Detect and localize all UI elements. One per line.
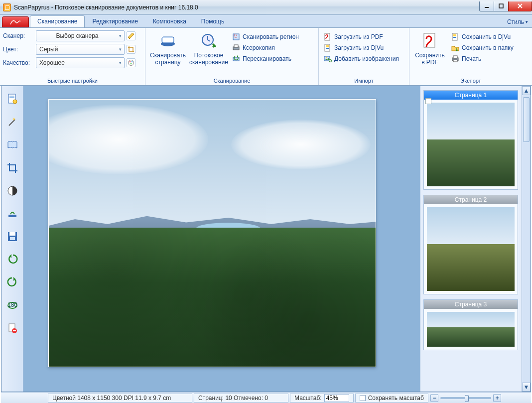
- tab-scan[interactable]: Сканирование: [30, 15, 85, 27]
- thumbnail-page-3[interactable]: Страница 3: [423, 299, 518, 350]
- tool-save[interactable]: [5, 230, 19, 244]
- thumbnail-label: Страница 1: [424, 91, 518, 100]
- zoom-in-button[interactable]: +: [493, 394, 501, 402]
- zoom-out-button[interactable]: −: [430, 394, 438, 402]
- svg-rect-13: [234, 45, 238, 47]
- thumbnail-page-1[interactable]: Страница 1: [423, 90, 518, 190]
- group-scan: Сканирование: [145, 76, 318, 85]
- thumbnails-scrollbar[interactable]: ▲ ▼: [522, 86, 531, 392]
- svg-rect-30: [9, 96, 14, 97]
- window-title: ScanPapyrus - Потоковое сканирование док…: [14, 4, 198, 11]
- stream-scan-button[interactable]: Потоковое сканирование: [189, 30, 228, 68]
- svg-rect-18: [326, 48, 329, 49]
- canvas[interactable]: [23, 86, 420, 392]
- rescan-label: Пересканировать: [243, 55, 291, 62]
- tab-edit[interactable]: Редактирование: [85, 15, 145, 27]
- load-djvu-button[interactable]: Загрузить из DjVu: [322, 43, 401, 53]
- xerox-label: Ксерокопия: [243, 44, 275, 51]
- svg-point-20: [326, 57, 327, 58]
- quality-select[interactable]: Хорошее: [36, 57, 125, 68]
- keep-zoom-toggle[interactable]: Сохранять масштаб: [355, 394, 428, 403]
- status-zoom: Масштаб:: [290, 394, 354, 403]
- quality-label: Качество:: [3, 59, 34, 66]
- thumbnail-page-2[interactable]: Страница 2: [423, 195, 518, 294]
- svg-rect-0: [485, 7, 489, 8]
- print-label: Печать: [462, 55, 481, 62]
- quick-access-button[interactable]: [2, 16, 29, 27]
- tool-rotate-left[interactable]: [5, 253, 19, 267]
- print-button[interactable]: Печать: [449, 54, 516, 64]
- tool-deskew[interactable]: [5, 207, 19, 221]
- svg-rect-31: [9, 97, 14, 98]
- color-label: Цвет:: [3, 46, 34, 53]
- tool-book-icon[interactable]: [5, 138, 19, 152]
- svg-text:180: 180: [7, 301, 17, 308]
- quality-value: Хорошее: [39, 59, 65, 66]
- tool-page-properties[interactable]: [5, 92, 19, 106]
- minimize-button[interactable]: [479, 1, 494, 11]
- svg-rect-36: [9, 232, 15, 236]
- scroll-down-icon[interactable]: ▼: [522, 383, 531, 392]
- add-images-label: Добавить изображения: [334, 55, 399, 62]
- scan-region-button[interactable]: Сканировать регион: [230, 32, 301, 42]
- save-folder-button[interactable]: Сохранить в папку: [449, 43, 516, 53]
- save-folder-label: Сохранить в папку: [462, 44, 514, 51]
- svg-rect-37: [10, 237, 15, 240]
- scanner-label: Сканер:: [3, 32, 34, 39]
- scan-page-label: Сканировать страницу: [149, 52, 186, 66]
- scanner-select[interactable]: Выбор сканера: [36, 30, 125, 41]
- scroll-up-icon[interactable]: ▲: [522, 86, 531, 95]
- tool-brightness-contrast[interactable]: [5, 184, 19, 198]
- svg-rect-27: [453, 56, 457, 58]
- svg-point-2: [129, 60, 134, 66]
- xerox-button[interactable]: Ксерокопия: [230, 43, 301, 53]
- group-export: Экспорт: [409, 76, 532, 85]
- svg-rect-34: [8, 215, 16, 217]
- save-pdf-button[interactable]: Сохранить в PDF: [412, 30, 447, 68]
- save-djvu-button[interactable]: Сохранить в DjVu: [449, 32, 516, 42]
- svg-rect-8: [163, 38, 173, 42]
- ruler-icon[interactable]: [127, 31, 135, 40]
- add-images-button[interactable]: Добавить изображения: [322, 54, 401, 64]
- svg-rect-1: [499, 4, 503, 8]
- save-djvu-label: Сохранить в DjVu: [462, 33, 511, 40]
- svg-rect-24: [453, 34, 456, 36]
- status-pages: Страниц: 10 Отмечено: 0: [194, 394, 288, 403]
- app-icon: [3, 3, 11, 11]
- color-select[interactable]: Серый: [36, 44, 125, 55]
- tab-layout[interactable]: Компоновка: [145, 15, 194, 27]
- stream-scan-label: Потоковое сканирование: [189, 52, 228, 66]
- svg-rect-22: [424, 33, 435, 47]
- palette-icon[interactable]: [127, 58, 135, 67]
- tab-help[interactable]: Помощь: [194, 15, 232, 27]
- zoom-slider[interactable]: [440, 397, 491, 399]
- group-quick-settings: Быстрые настройки: [0, 76, 145, 85]
- zoom-label: Масштаб:: [294, 395, 322, 402]
- rescan-button[interactable]: Пересканировать: [230, 54, 301, 64]
- close-button[interactable]: [508, 1, 532, 11]
- thumbnail-checkbox[interactable]: [425, 98, 431, 104]
- tool-delete-page[interactable]: [5, 321, 19, 335]
- tool-rotate-180[interactable]: 180: [5, 298, 19, 312]
- svg-point-5: [131, 63, 132, 64]
- scroll-handle[interactable]: [523, 97, 530, 142]
- crop-icon[interactable]: [127, 45, 135, 54]
- maximize-button[interactable]: [494, 1, 509, 11]
- page-preview: [48, 99, 376, 367]
- scanner-value: Выбор сканера: [56, 32, 98, 39]
- svg-rect-17: [326, 45, 329, 47]
- svg-point-3: [130, 61, 131, 62]
- zoom-input[interactable]: [324, 394, 349, 402]
- style-menu[interactable]: Стиль: [503, 16, 532, 27]
- scan-page-button[interactable]: Сканировать страницу: [148, 30, 187, 68]
- load-pdf-label: Загрузить из PDF: [334, 33, 383, 40]
- tool-magic-wand[interactable]: [5, 115, 19, 129]
- thumbnail-label: Страница 2: [424, 195, 518, 204]
- keep-zoom-label: Сохранять масштаб: [368, 395, 424, 402]
- load-pdf-button[interactable]: Загрузить из PDF: [322, 32, 401, 42]
- group-import: Импорт: [319, 76, 409, 85]
- tool-crop[interactable]: [5, 161, 19, 175]
- tool-rotate-right[interactable]: [5, 275, 19, 289]
- scan-region-label: Сканировать регион: [243, 33, 299, 40]
- keep-zoom-checkbox[interactable]: [360, 395, 366, 401]
